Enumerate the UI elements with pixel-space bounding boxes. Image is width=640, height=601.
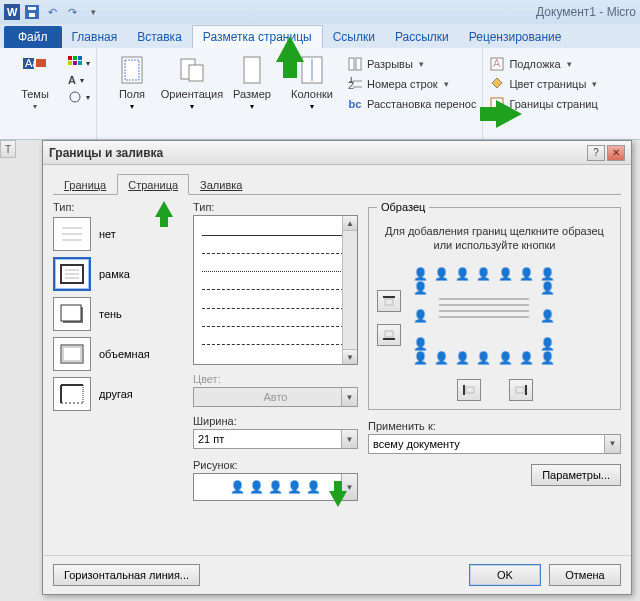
svg-rect-4	[29, 13, 35, 17]
preview-bottom-border-button[interactable]	[377, 324, 401, 346]
svg-rect-22	[349, 58, 354, 70]
themes-label: Темы	[21, 88, 49, 100]
apply-label: Применить к:	[368, 420, 621, 432]
theme-effects-icon[interactable]: ▾	[68, 90, 90, 104]
svg-rect-19	[244, 57, 260, 83]
annotation-arrow-tab	[276, 36, 304, 62]
svg-rect-47	[385, 299, 393, 305]
themes-button[interactable]: Aa Темы ▾	[6, 52, 64, 111]
annotation-arrow-page-tab	[155, 201, 173, 217]
width-value: 21 пт	[198, 433, 224, 445]
apply-to-combo[interactable]: всему документу ▼	[368, 434, 621, 454]
tab-home[interactable]: Главная	[62, 26, 128, 48]
save-icon[interactable]	[24, 4, 40, 20]
ok-button[interactable]: OK	[469, 564, 541, 586]
redo-icon[interactable]: ↷	[64, 4, 80, 20]
document-title: Документ1 - Micro	[536, 5, 636, 19]
size-label: Размер	[233, 88, 271, 100]
horizontal-line-label: Горизонтальная линия...	[64, 569, 189, 581]
svg-text:A: A	[493, 57, 501, 69]
type-custom[interactable]: другая	[53, 377, 183, 411]
dialog-footer: Горизонтальная линия... OK Отмена	[43, 555, 631, 594]
svg-text:W: W	[7, 6, 18, 18]
scroll-up-icon[interactable]: ▲	[343, 216, 357, 231]
hyphenation-icon: bc	[347, 96, 363, 112]
svg-rect-3	[28, 7, 36, 10]
preview-fieldset: Образец Для добавления границ щелкните о…	[368, 201, 621, 410]
svg-rect-11	[68, 61, 72, 65]
breaks-button[interactable]: Разрывы	[347, 56, 476, 72]
title-bar: W ↶ ↷ Документ1 - Micro	[0, 0, 640, 24]
ruler-marker: Т	[0, 140, 16, 158]
color-combo: Авто ▼	[193, 387, 358, 407]
theme-colors-icon[interactable]: ▾	[68, 56, 90, 70]
type-shadow-label: тень	[99, 308, 122, 320]
svg-rect-18	[189, 65, 203, 81]
chevron-down-icon: ▼	[341, 388, 357, 406]
tab-insert[interactable]: Вставка	[127, 26, 192, 48]
margins-button[interactable]: Поля▾	[103, 52, 161, 111]
theme-fonts-icon[interactable]: A▾	[68, 74, 90, 86]
tab-mailings[interactable]: Рассылки	[385, 26, 459, 48]
margins-icon	[116, 54, 148, 86]
type-custom-icon	[53, 377, 91, 411]
svg-rect-7	[36, 59, 46, 67]
type-3d[interactable]: объемная	[53, 337, 183, 371]
watermark-button[interactable]: AПодложка	[489, 56, 597, 72]
watermark-label: Подложка	[509, 58, 560, 70]
help-button[interactable]: ?	[587, 145, 605, 161]
parameters-button[interactable]: Параметры...	[531, 464, 621, 486]
ok-label: OK	[497, 569, 513, 581]
hyphenation-button[interactable]: bcРасстановка перенос	[347, 96, 476, 112]
width-combo[interactable]: 21 пт ▼	[193, 429, 358, 449]
hyphenation-label: Расстановка перенос	[367, 98, 476, 110]
line-numbers-label: Номера строк	[367, 78, 438, 90]
horizontal-line-button[interactable]: Горизонтальная линия...	[53, 564, 200, 586]
preview-left-border-button[interactable]	[457, 379, 481, 401]
dialog-tab-border[interactable]: Граница	[53, 174, 117, 195]
undo-icon[interactable]: ↶	[44, 4, 60, 20]
tab-references[interactable]: Ссылки	[323, 26, 385, 48]
dialog-tab-fill[interactable]: Заливка	[189, 174, 253, 195]
preview-top-border-button[interactable]	[377, 290, 401, 312]
themes-icon: Aa	[19, 54, 51, 86]
width-label: Ширина:	[193, 415, 358, 427]
preview-canvas[interactable]: 👤👤👤👤👤👤👤 👤👤👤 👤👤👤 👤👤👤👤👤👤👤	[409, 263, 559, 373]
line-numbers-button[interactable]: 12Номера строк	[347, 76, 476, 92]
margins-label: Поля	[119, 88, 145, 100]
close-button[interactable]: ✕	[607, 145, 625, 161]
tab-file[interactable]: Файл	[4, 26, 62, 48]
dialog-title: Границы и заливка	[49, 146, 163, 160]
chevron-down-icon[interactable]: ▼	[341, 430, 357, 448]
size-icon	[236, 54, 268, 86]
qa-customize-dropdown[interactable]	[84, 4, 100, 20]
color-value: Авто	[264, 391, 288, 403]
type-box[interactable]: рамка	[53, 257, 183, 291]
preview-right-border-button[interactable]	[509, 379, 533, 401]
page-color-label: Цвет страницы	[509, 78, 586, 90]
chevron-down-icon[interactable]: ▼	[604, 435, 620, 453]
annotation-arrow-borders	[496, 100, 522, 128]
page-color-button[interactable]: Цвет страницы	[489, 76, 597, 92]
columns-label: Колонки	[291, 88, 333, 100]
type-3d-label: объемная	[99, 348, 150, 360]
type-shadow-icon	[53, 297, 91, 331]
svg-rect-51	[466, 387, 474, 393]
page-color-icon	[489, 76, 505, 92]
orientation-icon	[176, 54, 208, 86]
style-list[interactable]: ▲ ▼	[193, 215, 358, 365]
tab-review[interactable]: Рецензирование	[459, 26, 572, 48]
dialog-tab-page[interactable]: Страница	[117, 174, 189, 195]
svg-rect-12	[73, 61, 77, 65]
size-button[interactable]: Размер▾	[223, 52, 281, 111]
type-shadow[interactable]: тень	[53, 297, 183, 331]
apply-value: всему документу	[373, 438, 460, 450]
scroll-down-icon[interactable]: ▼	[343, 349, 357, 364]
style-label: Тип:	[193, 201, 358, 213]
dialog-tabs: Граница Страница Заливка	[53, 173, 621, 195]
orientation-button[interactable]: Ориентация▾	[163, 52, 221, 111]
cancel-button[interactable]: Отмена	[549, 564, 621, 586]
type-box-label: рамка	[99, 268, 130, 280]
style-scrollbar[interactable]: ▲ ▼	[342, 216, 357, 364]
type-box-icon	[53, 257, 91, 291]
